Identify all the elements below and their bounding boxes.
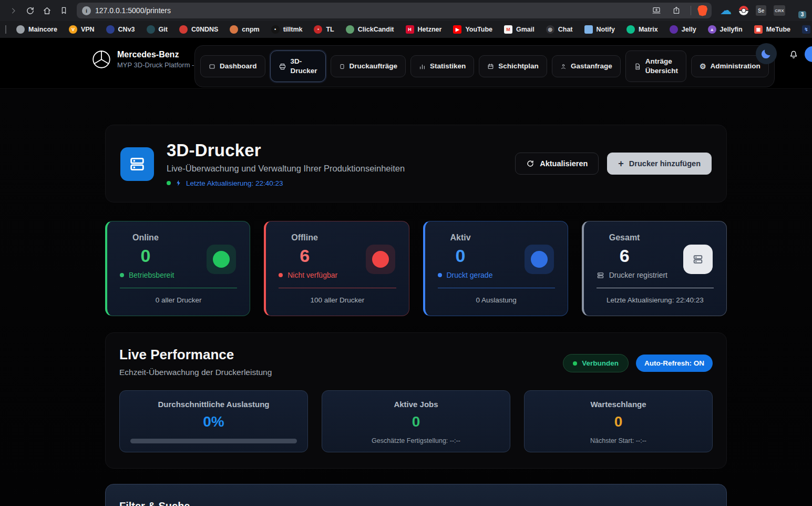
tab-druckaufträge[interactable]: Druckaufträge — [331, 55, 406, 77]
tab-label: Gastanfrage — [571, 62, 612, 71]
stat-value: 6 — [300, 246, 310, 266]
selenium-extension-icon[interactable]: Se — [756, 5, 766, 16]
browser-chrome: i 127.0.0.1:5000/printers ☁ Se CRX 3 Mai… — [0, 0, 812, 38]
stat-footer: 0 aller Drucker — [120, 296, 237, 304]
bookmark-youtube[interactable]: ▶YouTube — [447, 23, 498, 36]
theme-toggle-button[interactable] — [756, 43, 777, 64]
reload-icon[interactable] — [22, 3, 38, 18]
bookmark-gmail[interactable]: MGmail — [498, 23, 540, 36]
site-info-icon[interactable]: i — [82, 6, 91, 15]
tab-anträge-übersicht[interactable]: Anträge Übersicht — [625, 50, 686, 82]
stat-title: Offline — [291, 233, 318, 242]
bookmark-maincore[interactable]: Maincore — [11, 23, 63, 36]
bookmark-jellyfin[interactable]: ▲Jellyfin — [702, 23, 748, 36]
bookmark-label: Gmail — [516, 26, 535, 33]
url-text: 127.0.0.1:5000/printers — [95, 6, 644, 15]
brand-subtitle: MYP 3D-Druck Platform - — [117, 61, 194, 69]
bookmark-chat[interactable]: ◎Chat — [540, 23, 579, 36]
bookmark-linkwarden[interactable]: ↯Linkwarden — [796, 23, 812, 36]
bookmark-label: TL — [326, 26, 334, 33]
linkwarden-favicon-icon: ↯ — [802, 25, 810, 34]
user-avatar[interactable] — [805, 46, 812, 62]
metric-subtext: Nächster Start: --:-- — [534, 437, 703, 444]
pokeball-extension-icon[interactable] — [739, 6, 748, 15]
stat-divider — [279, 288, 396, 288]
metric-subtext: Geschätzte Fertigstellung: --:-- — [332, 437, 500, 444]
metube-favicon-icon: ▣ — [754, 25, 763, 34]
status-circle-icon — [207, 245, 236, 274]
bookmark-notify[interactable]: Notify — [579, 23, 621, 36]
url-bar[interactable]: i 127.0.0.1:5000/printers — [77, 3, 712, 18]
bookmark-c0ndns[interactable]: C0NDNS — [173, 23, 224, 36]
cloud-extension-icon[interactable]: ☁ — [720, 5, 732, 16]
bookmark-jelly[interactable]: Jelly — [664, 23, 702, 36]
filter-search-card: Filter & Suche — [105, 484, 727, 506]
stat-title: Gesamt — [609, 233, 640, 242]
metric-card-durchschnittliche-auslastung: Durchschnittliche Auslastung0% — [119, 390, 308, 452]
bookmark-cnv3[interactable]: CNv3 — [100, 23, 141, 36]
tab-schichtplan[interactable]: Schichtplan — [479, 55, 547, 77]
extension-badge: 3 — [798, 11, 806, 18]
bookmark-label: tilltmk — [283, 26, 303, 33]
bookmark-clickcandit[interactable]: ClickCandit — [340, 23, 400, 36]
tab-label: Statistiken — [430, 62, 466, 71]
bookmark-git[interactable]: Git — [141, 23, 173, 36]
home-icon[interactable] — [39, 3, 55, 18]
bookmark-hetzner[interactable]: HHetzner — [400, 23, 448, 36]
tab-statistiken[interactable]: Statistiken — [410, 55, 474, 77]
bookmarks-bar: MaincoreVVPNCNv3GitC0NDNScnpm•tilltmk•TL… — [0, 21, 812, 38]
bookmark-label: CNv3 — [118, 26, 135, 33]
stat-footer: Letzte Aktualisierung: 22:40:23 — [597, 296, 714, 304]
send-to-device-icon[interactable] — [649, 3, 664, 18]
bookmark-vpn[interactable]: VVPN — [63, 23, 100, 36]
share-icon[interactable] — [669, 3, 684, 18]
auto-refresh-toggle[interactable]: Auto-Refresh: ON — [636, 355, 713, 372]
brand[interactable]: Mercedes-Benz MYP 3D-Druck Platform - — [92, 50, 194, 69]
git-favicon-icon — [147, 25, 155, 34]
forward-icon[interactable] — [5, 3, 21, 18]
tab-gastanfrage[interactable]: Gastanfrage — [552, 55, 621, 77]
bookmark-label: MeTube — [766, 26, 790, 33]
web-page: Mercedes-Benz MYP 3D-Druck Platform - Da… — [0, 38, 812, 506]
refresh-button[interactable]: Aktualisieren — [515, 153, 599, 175]
metric-value: 0% — [129, 413, 298, 430]
maincore-favicon-icon — [16, 25, 25, 34]
tab-dashboard[interactable]: Dashboard — [200, 55, 265, 77]
add-printer-button[interactable]: + Drucker hinzufügen — [607, 153, 712, 175]
stat-card-gesamt: Gesamt6Drucker registriertLetzte Aktuali… — [582, 221, 727, 316]
bookmark-metube[interactable]: ▣MeTube — [748, 23, 796, 36]
page-title: 3D-Drucker — [167, 140, 515, 160]
status-dot — [167, 181, 171, 185]
utilization-progressbar — [130, 439, 297, 443]
bookmark-cnpm[interactable]: cnpm — [224, 23, 265, 36]
bookmark-tl[interactable]: •TL — [308, 23, 340, 36]
stat-status-label: Drucker registriert — [609, 271, 667, 279]
stat-title: Aktiv — [450, 233, 471, 242]
cnpm-favicon-icon — [230, 25, 238, 34]
main-content: 3D-Drucker Live-Überwachung und Verwaltu… — [105, 125, 727, 506]
bookmark-label: ClickCandit — [358, 26, 394, 33]
refresh-icon — [526, 159, 535, 168]
tab-label: Druckaufträge — [350, 62, 398, 71]
clickcandit-favicon-icon — [346, 25, 354, 34]
site-header: Mercedes-Benz MYP 3D-Druck Platform - Da… — [0, 38, 812, 89]
crx-extension-icon[interactable]: CRX — [774, 5, 785, 16]
tab-3d-drucker[interactable]: 3D- Drucker — [270, 50, 326, 82]
live-performance-subtitle: Echzeit-Überwachung der Druckerleistung — [119, 368, 272, 377]
bookmark-label: Matrix — [639, 26, 658, 33]
jobs-icon — [339, 63, 345, 70]
cnv3-favicon-icon — [106, 25, 115, 34]
brave-shield-icon[interactable] — [697, 5, 707, 16]
stat-status-label: Betriebsbereit — [129, 271, 174, 279]
bolt-icon — [175, 179, 182, 187]
chat-favicon-icon: ◎ — [546, 25, 554, 34]
bookmark-label: VPN — [81, 26, 95, 33]
shield-extension-icon[interactable]: 3 — [793, 5, 803, 16]
bookmark-icon[interactable] — [56, 3, 71, 18]
notifications-bell-icon[interactable] — [788, 48, 799, 60]
printer-header-icon — [120, 147, 154, 181]
status-dot — [438, 273, 442, 277]
bookmark-tilltmk[interactable]: •tilltmk — [265, 23, 309, 36]
matrix-favicon-icon — [626, 25, 635, 34]
bookmark-matrix[interactable]: Matrix — [621, 23, 664, 36]
